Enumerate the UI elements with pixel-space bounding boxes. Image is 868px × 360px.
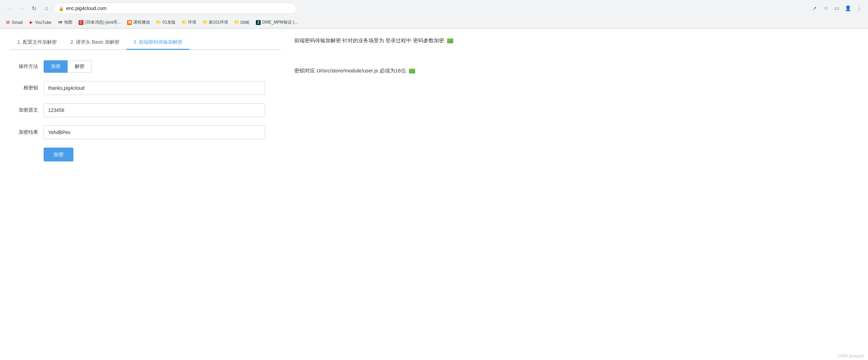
bookmark-folder4[interactable]: 📁 DME bbox=[232, 19, 253, 26]
submit-row: 加密 bbox=[10, 148, 280, 161]
youtube-icon: ▶ bbox=[29, 20, 34, 25]
bookmark-gmail[interactable]: M Gmail bbox=[3, 19, 25, 26]
page-content: 1. 配置文件加解密 2. 请求头 Basic 加解密 3. 前端密码传输加解密… bbox=[0, 29, 868, 168]
bookmark-folder1-label: 01发版 bbox=[162, 19, 175, 25]
tabs: 1. 配置文件加解密 2. 请求头 Basic 加解密 3. 前端密码传输加解密 bbox=[10, 36, 280, 50]
bookmark-folder3[interactable]: 📁 新101环境 bbox=[200, 18, 231, 26]
tab-basic-crypto[interactable]: 2. 请求头 Basic 加解密 bbox=[64, 36, 127, 50]
submit-button[interactable]: 加密 bbox=[44, 148, 73, 161]
bookmark-youtube[interactable]: ▶ YouTube bbox=[26, 19, 54, 26]
root-key-input[interactable] bbox=[44, 81, 265, 95]
reload-button[interactable]: ↻ bbox=[29, 3, 39, 13]
browser-toolbar: ← → ↻ ⌂ 🔒 enc.pig4cloud.com ➚ ☆ ▭ 👤 ⋮ bbox=[0, 0, 868, 17]
bookmark-folder2-label: 环境 bbox=[188, 19, 196, 25]
back-button[interactable]: ← bbox=[4, 3, 14, 13]
info-line1: 前端密码传输加解密 针对的业务场景为 登录过程中 密码参数加密 bbox=[294, 36, 858, 45]
share-button[interactable]: ➚ bbox=[810, 3, 820, 13]
bookmarks-bar: M Gmail ▶ YouTube 🗺 地图 C (35条消息) java导..… bbox=[0, 17, 868, 28]
home-button[interactable]: ⌂ bbox=[42, 3, 51, 13]
dme-z-icon: Z bbox=[256, 20, 261, 25]
bookmark-csdn[interactable]: C (35条消息) java导... bbox=[76, 18, 124, 26]
method-button-group: 加密 解密 bbox=[44, 60, 92, 73]
bookmark-folder2[interactable]: 📁 环境 bbox=[179, 18, 199, 26]
browser-chrome: ← → ↻ ⌂ 🔒 enc.pig4cloud.com ➚ ☆ ▭ 👤 ⋮ M … bbox=[0, 0, 868, 29]
bookmark-maps-label: 地图 bbox=[64, 19, 72, 25]
bookmark-csdn-label: (35条消息) java导... bbox=[85, 19, 121, 25]
tab-search-button[interactable]: ▭ bbox=[832, 3, 842, 13]
root-key-row: 根密钥 bbox=[10, 81, 280, 95]
info-icon1 bbox=[447, 38, 453, 43]
operation-method-label: 操作方法 bbox=[10, 63, 38, 70]
plaintext-input[interactable] bbox=[44, 103, 265, 117]
folder1-icon: 📁 bbox=[156, 20, 161, 25]
folder3-icon: 📁 bbox=[203, 20, 207, 25]
left-panel: 1. 配置文件加解密 2. 请求头 Basic 加解密 3. 前端密码传输加解密… bbox=[10, 36, 280, 161]
bookmark-taobao-label: 课程播放 bbox=[133, 19, 150, 25]
forward-button[interactable]: → bbox=[17, 3, 26, 13]
bookmark-dme-z-label: DME_MPM验证 (... bbox=[262, 19, 298, 25]
menu-button[interactable]: ⋮ bbox=[854, 3, 864, 13]
result-input[interactable] bbox=[44, 125, 265, 139]
folder4-icon: 📁 bbox=[234, 20, 239, 25]
info-line2: 密钥对应 UI/src/store/module/user.js 必须为16位 bbox=[294, 66, 858, 75]
bookmark-button[interactable]: ☆ bbox=[821, 3, 831, 13]
bookmark-dme-z[interactable]: Z DME_MPM验证 (... bbox=[253, 18, 301, 26]
operation-method-row: 操作方法 加密 解密 bbox=[10, 60, 280, 73]
taobao-icon: 淘 bbox=[127, 20, 132, 25]
lock-icon: 🔒 bbox=[59, 6, 64, 11]
bookmark-maps[interactable]: 🗺 地图 bbox=[55, 18, 75, 26]
url-text: enc.pig4cloud.com bbox=[66, 6, 107, 11]
profile-button[interactable]: 👤 bbox=[843, 3, 853, 13]
result-label: 加密结果 bbox=[10, 129, 38, 135]
gmail-icon: M bbox=[6, 20, 10, 25]
plaintext-row: 加密原文 bbox=[10, 103, 280, 117]
form-section: 操作方法 加密 解密 根密钥 加密原文 加密结果 bbox=[10, 60, 280, 161]
folder2-icon: 📁 bbox=[182, 20, 187, 25]
toolbar-actions: ➚ ☆ ▭ 👤 ⋮ bbox=[810, 3, 864, 13]
bookmark-folder3-label: 新101环境 bbox=[209, 19, 228, 25]
bookmark-youtube-label: YouTube bbox=[35, 20, 51, 25]
bookmark-gmail-label: Gmail bbox=[12, 20, 23, 25]
maps-icon: 🗺 bbox=[58, 20, 63, 25]
address-bar[interactable]: 🔒 enc.pig4cloud.com bbox=[54, 3, 296, 14]
root-key-label: 根密钥 bbox=[10, 85, 38, 91]
tab-frontend-crypto[interactable]: 3. 前端密码传输加解密 bbox=[126, 36, 189, 50]
decrypt-method-button[interactable]: 解密 bbox=[68, 60, 92, 73]
bookmark-folder4-label: DME bbox=[241, 20, 250, 25]
encrypt-method-button[interactable]: 加密 bbox=[44, 60, 68, 73]
result-row: 加密结果 bbox=[10, 125, 280, 139]
bookmark-folder1[interactable]: 📁 01发版 bbox=[153, 18, 178, 26]
info-icon2 bbox=[409, 69, 415, 73]
csdn-icon: C bbox=[79, 20, 83, 25]
plaintext-label: 加密原文 bbox=[10, 107, 38, 113]
right-panel: 前端密码传输加解密 针对的业务场景为 登录过程中 密码参数加密 密钥对应 UI/… bbox=[280, 36, 858, 161]
tab-config-crypto[interactable]: 1. 配置文件加解密 bbox=[10, 36, 64, 50]
bookmark-taobao[interactable]: 淘 课程播放 bbox=[124, 18, 153, 26]
